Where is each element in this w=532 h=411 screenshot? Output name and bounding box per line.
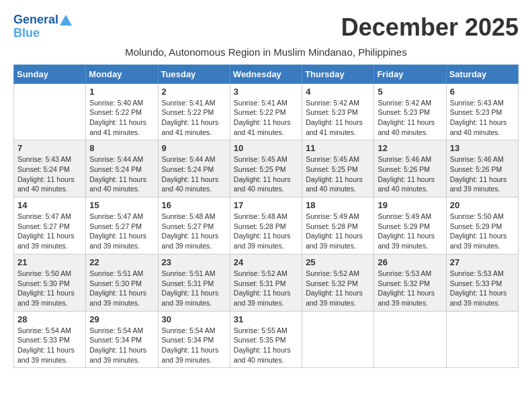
day-number: 13 [450, 143, 515, 153]
daylight-text: Daylight: 11 hours and 40 minutes. [17, 175, 82, 194]
sunset-text: Sunset: 5:24 PM [162, 165, 226, 175]
sunrise-text: Sunrise: 5:41 AM [234, 98, 298, 108]
day-number: 8 [89, 143, 154, 153]
sunset-text: Sunset: 5:22 PM [89, 107, 154, 118]
sunset-text: Sunset: 5:30 PM [89, 279, 154, 289]
cell-content: Sunrise: 5:47 AMSunset: 5:27 PMDaylight:… [89, 212, 154, 251]
day-number: 29 [89, 314, 154, 324]
sunset-text: Sunset: 5:22 PM [162, 107, 226, 118]
sunset-text: Sunset: 5:33 PM [17, 335, 82, 345]
day-number: 5 [378, 87, 442, 97]
calendar-cell: 21Sunrise: 5:50 AMSunset: 5:30 PMDayligh… [14, 254, 86, 311]
cell-content: Sunrise: 5:48 AMSunset: 5:27 PMDaylight:… [162, 212, 226, 251]
calendar-cell: 29Sunrise: 5:54 AMSunset: 5:34 PMDayligh… [86, 311, 158, 368]
daylight-text: Daylight: 11 hours and 39 minutes. [450, 288, 515, 308]
sunset-text: Sunset: 5:24 PM [17, 165, 82, 175]
daylight-text: Daylight: 11 hours and 39 minutes. [234, 231, 298, 250]
daylight-text: Daylight: 11 hours and 39 minutes. [450, 175, 515, 194]
sunset-text: Sunset: 5:28 PM [306, 222, 370, 232]
calendar-week-row: 21Sunrise: 5:50 AMSunset: 5:30 PMDayligh… [14, 254, 519, 311]
calendar-cell: 27Sunrise: 5:53 AMSunset: 5:33 PMDayligh… [446, 254, 518, 311]
cell-content: Sunrise: 5:45 AMSunset: 5:25 PMDaylight:… [234, 154, 298, 194]
daylight-text: Daylight: 11 hours and 40 minutes. [450, 118, 515, 137]
sunset-text: Sunset: 5:34 PM [162, 335, 226, 345]
calendar-cell: 5Sunrise: 5:42 AMSunset: 5:23 PMDaylight… [374, 83, 446, 140]
sunrise-text: Sunrise: 5:43 AM [17, 154, 82, 165]
calendar-cell: 4Sunrise: 5:42 AMSunset: 5:23 PMDaylight… [302, 83, 374, 140]
sunrise-text: Sunrise: 5:47 AM [89, 212, 154, 222]
daylight-text: Daylight: 11 hours and 39 minutes. [89, 231, 154, 250]
day-number: 6 [450, 87, 515, 97]
sunset-text: Sunset: 5:29 PM [450, 222, 515, 232]
sunrise-text: Sunrise: 5:49 AM [306, 212, 370, 222]
calendar-cell: 6Sunrise: 5:43 AMSunset: 5:23 PMDaylight… [446, 83, 518, 140]
sunset-text: Sunset: 5:22 PM [234, 107, 298, 118]
calendar-cell: 24Sunrise: 5:52 AMSunset: 5:31 PMDayligh… [230, 254, 302, 311]
day-number: 11 [306, 143, 370, 153]
daylight-text: Daylight: 11 hours and 39 minutes. [306, 288, 370, 308]
sunrise-text: Sunrise: 5:54 AM [162, 326, 226, 336]
day-number: 20 [450, 200, 515, 210]
sunset-text: Sunset: 5:27 PM [17, 222, 82, 232]
logo: General Blue [13, 13, 72, 40]
daylight-text: Daylight: 11 hours and 41 minutes. [234, 118, 298, 137]
cell-content: Sunrise: 5:53 AMSunset: 5:33 PMDaylight:… [450, 269, 515, 308]
calendar-cell: 19Sunrise: 5:49 AMSunset: 5:29 PMDayligh… [374, 197, 446, 255]
day-number: 7 [17, 143, 82, 153]
cell-content: Sunrise: 5:48 AMSunset: 5:28 PMDaylight:… [234, 212, 298, 251]
calendar-cell: 18Sunrise: 5:49 AMSunset: 5:28 PMDayligh… [302, 197, 374, 255]
calendar-cell [446, 311, 518, 368]
sunset-text: Sunset: 5:34 PM [89, 335, 154, 345]
day-number: 2 [162, 87, 226, 97]
daylight-text: Daylight: 11 hours and 40 minutes. [162, 175, 226, 194]
cell-content: Sunrise: 5:51 AMSunset: 5:31 PMDaylight:… [162, 269, 226, 308]
sunrise-text: Sunrise: 5:45 AM [306, 154, 370, 165]
sunrise-text: Sunrise: 5:44 AM [162, 154, 226, 165]
weekday-header-monday: Monday [86, 64, 158, 83]
daylight-text: Daylight: 11 hours and 41 minutes. [306, 118, 370, 137]
logo-line1: General [13, 13, 72, 27]
cell-content: Sunrise: 5:46 AMSunset: 5:26 PMDaylight:… [378, 154, 442, 194]
daylight-text: Daylight: 11 hours and 39 minutes. [162, 231, 226, 250]
cell-content: Sunrise: 5:43 AMSunset: 5:24 PMDaylight:… [17, 154, 82, 194]
day-number: 22 [89, 257, 154, 267]
sunrise-text: Sunrise: 5:55 AM [234, 326, 298, 336]
day-number: 4 [306, 87, 370, 97]
day-number: 24 [234, 257, 298, 267]
sunset-text: Sunset: 5:23 PM [306, 107, 370, 118]
sunrise-text: Sunrise: 5:49 AM [378, 212, 442, 222]
day-number: 9 [162, 143, 226, 153]
day-number: 18 [306, 200, 370, 210]
cell-content: Sunrise: 5:54 AMSunset: 5:33 PMDaylight:… [17, 326, 82, 365]
day-number: 1 [89, 87, 154, 97]
calendar-week-row: 28Sunrise: 5:54 AMSunset: 5:33 PMDayligh… [14, 311, 519, 368]
sunrise-text: Sunrise: 5:40 AM [89, 98, 154, 108]
weekday-header-saturday: Saturday [446, 64, 518, 83]
cell-content: Sunrise: 5:54 AMSunset: 5:34 PMDaylight:… [162, 326, 226, 365]
sunset-text: Sunset: 5:23 PM [378, 107, 442, 118]
daylight-text: Daylight: 11 hours and 39 minutes. [17, 231, 82, 250]
calendar-table: SundayMondayTuesdayWednesdayThursdayFrid… [13, 64, 519, 369]
day-number: 31 [234, 314, 298, 324]
daylight-text: Daylight: 11 hours and 40 minutes. [234, 175, 298, 194]
calendar-cell: 7Sunrise: 5:43 AMSunset: 5:24 PMDaylight… [14, 140, 86, 197]
daylight-text: Daylight: 11 hours and 39 minutes. [17, 288, 82, 308]
cell-content: Sunrise: 5:51 AMSunset: 5:30 PMDaylight:… [89, 269, 154, 308]
calendar-cell: 12Sunrise: 5:46 AMSunset: 5:26 PMDayligh… [374, 140, 446, 197]
cell-content: Sunrise: 5:53 AMSunset: 5:32 PMDaylight:… [378, 269, 442, 308]
month-year-title: December 2025 [72, 13, 519, 42]
daylight-text: Daylight: 11 hours and 39 minutes. [378, 288, 442, 308]
cell-content: Sunrise: 5:47 AMSunset: 5:27 PMDaylight:… [17, 212, 82, 251]
calendar-cell: 16Sunrise: 5:48 AMSunset: 5:27 PMDayligh… [158, 197, 230, 255]
calendar-cell [14, 83, 86, 140]
daylight-text: Daylight: 11 hours and 39 minutes. [17, 345, 82, 365]
cell-content: Sunrise: 5:54 AMSunset: 5:34 PMDaylight:… [89, 326, 154, 365]
sunrise-text: Sunrise: 5:48 AM [162, 212, 226, 222]
sunrise-text: Sunrise: 5:43 AM [450, 98, 515, 108]
sunrise-text: Sunrise: 5:44 AM [89, 154, 154, 165]
sunrise-text: Sunrise: 5:48 AM [234, 212, 298, 222]
sunset-text: Sunset: 5:27 PM [89, 222, 154, 232]
sunset-text: Sunset: 5:28 PM [234, 222, 298, 232]
daylight-text: Daylight: 11 hours and 41 minutes. [89, 118, 154, 137]
cell-content: Sunrise: 5:55 AMSunset: 5:35 PMDaylight:… [234, 326, 298, 365]
